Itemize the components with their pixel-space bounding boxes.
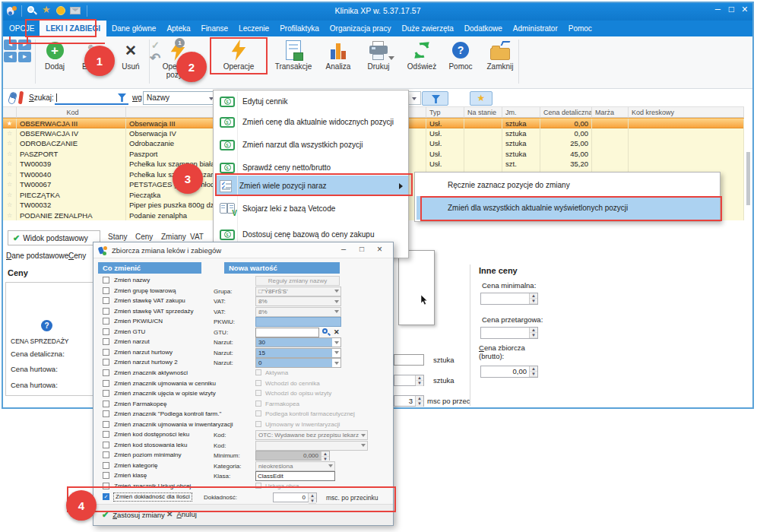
column-header-marza[interactable]: Marża: [592, 107, 629, 119]
close-button[interactable]: ×: [742, 3, 748, 15]
screen: ★ Klinika XP w. 5.37.17.57 – □ × OPCJELE…: [0, 0, 757, 532]
precision-spinner-partial[interactable]: 3▲▼: [394, 395, 424, 407]
column-header-na_stanie[interactable]: Na stanie: [464, 107, 502, 119]
dialog-checkbox-zmień-znacznik-podlega-kontroli-farm[interactable]: [103, 410, 109, 417]
context-menu-item-skojarz-leki-z-bazą-vetcode[interactable]: VSkojarz leki z bazą Vetcode: [215, 198, 408, 219]
dialog-checkbox-zmień-gtu[interactable]: [103, 328, 109, 335]
dialog-checkbox-zmień-nazwy[interactable]: [103, 277, 109, 283]
column-header-typ[interactable]: Typ: [426, 107, 464, 119]
odśwież-button[interactable]: Odśwież: [401, 38, 442, 87]
clear-x-icon[interactable]: ✕: [334, 328, 340, 336]
retail-price-input-partial[interactable]: [394, 354, 424, 366]
menu-item-duże-zwierzęta[interactable]: Duże zwierzęta: [396, 21, 458, 36]
name-rules-button[interactable]: Reguły zmiany nazwy: [255, 276, 340, 286]
dialog-checkbox-zmień-kod-stosowania-leku[interactable]: [103, 442, 109, 448]
dialog-select-zmień-kod-stosowania-leku[interactable]: [255, 441, 368, 451]
menu-item-apteka[interactable]: Apteka: [161, 21, 195, 36]
dialog-input-zmień-pkwiu-cn[interactable]: [255, 317, 341, 327]
min-price-spinner[interactable]: ▲▼: [480, 293, 538, 305]
menu-item-leczenie[interactable]: Leczenie: [233, 21, 274, 36]
table-scrollbar-thumb[interactable]: [746, 152, 750, 205]
dialog-checkbox-zmień-znacznik-aktywności[interactable]: [103, 369, 109, 376]
drukuj-button[interactable]: Drukuj: [359, 38, 398, 87]
filter-tab-stany[interactable]: Stany: [108, 233, 128, 241]
dialog-checkbox-zmień-stawkę-vat-sprzedaży[interactable]: [103, 308, 109, 315]
dialog-select-zmień-narzut[interactable]: 30: [255, 337, 341, 347]
help-icon[interactable]: ?: [41, 320, 52, 331]
dialog-checkbox-zmień-znacznik-ujęcia-w-opisie-wizyty[interactable]: [103, 390, 109, 397]
filter-tab-ceny[interactable]: Ceny: [135, 233, 153, 241]
analiza-button[interactable]: Analiza: [317, 38, 359, 87]
submenu-item-ręcznie-zaznacz-pozycje-do-zmiany[interactable]: Ręcznie zaznacz pozycje do zmiany: [417, 174, 720, 196]
cell-kod_kreskowy: [629, 128, 744, 139]
dialog-select-zmień-grupę-towarową[interactable]: □"Ý8FŕŚ'S': [255, 287, 341, 296]
context-menu-item-zmień-cenę-dla-aktualnie-widocznych-pozycji[interactable]: $Zmień cenę dla aktualnie widocznych poz…: [215, 112, 408, 132]
filter-button[interactable]: [422, 91, 448, 106]
dialog-checkbox-zmień-pkwiu-cn[interactable]: [103, 318, 109, 325]
usuń-button[interactable]: ✕Usuń: [114, 38, 147, 87]
nav-last-button[interactable]: ►: [18, 40, 31, 50]
dialog-checkbox-label: Zmień PKWiU/CN: [114, 318, 163, 325]
filter-tab-zmiany[interactable]: Zmiany: [161, 233, 186, 241]
dialog-select-zmień-stawkę-vat-zakupu[interactable]: 8%: [255, 296, 341, 306]
nav-prev-button[interactable]: ◄: [4, 52, 17, 62]
favorites-filter-button[interactable]: ★: [470, 91, 493, 106]
dialog-checkbox-zmień-narzut-hurtowy[interactable]: [103, 349, 109, 356]
dialog-spinner-zmień-poziom-minimalny[interactable]: 0,000▲▼: [255, 451, 330, 461]
magnifier-icon[interactable]: [322, 328, 331, 337]
dialog-checkbox-zmień-grupę-towarową[interactable]: [103, 287, 109, 294]
dialog-select-zmień-kod-dostępności-leku[interactable]: OTC: Wydawane bez przepisu lekarza: [255, 430, 368, 440]
detail-tab-ceny[interactable]: Ceny: [68, 252, 86, 260]
context-menu-item-zmień-narzut-dla-wszystkich-pozycji[interactable]: $Zmień narzut dla wszystkich pozycji: [215, 135, 408, 155]
dialog-checkbox-zmień-kod-dostępności-leku[interactable]: [103, 431, 109, 438]
search-by-select[interactable]: Nazwy: [143, 91, 217, 105]
search-input[interactable]: [55, 92, 128, 105]
basic-view-button[interactable]: ✔ Widok podstawowy: [8, 230, 100, 245]
zamknij-button[interactable]: Zamknij: [479, 38, 521, 87]
nav-next-button[interactable]: ►: [18, 52, 31, 62]
dialog-checkbox-zmień-kategorię[interactable]: [103, 462, 109, 469]
menu-item-dane-główne[interactable]: Dane główne: [106, 21, 161, 36]
dialog-minimize-button[interactable]: –: [341, 244, 346, 253]
minimize-button[interactable]: –: [715, 3, 721, 14]
menu-item-profilaktyka[interactable]: Profilaktyka: [274, 21, 325, 36]
dialog-checkbox-zmień-narzut-hurtowy-2[interactable]: [103, 359, 109, 366]
dialog-select-zmień-stawkę-vat-sprzedaży[interactable]: 8%: [255, 307, 341, 317]
dodaj-button[interactable]: +Dodaj: [36, 38, 74, 87]
dialog-select-zmień-kategorię[interactable]: nieokreślona: [255, 461, 335, 471]
menu-item-organizacja-pracy[interactable]: Organizacja pracy: [325, 21, 397, 36]
dialog-select-zmień-narzut-hurtowy[interactable]: 15: [255, 348, 341, 358]
dialog-input-gtu[interactable]: [255, 328, 319, 337]
filter-tab-vat[interactable]: VAT: [190, 233, 204, 241]
dialog-checkbox-zmień-farmakopeę[interactable]: [103, 401, 109, 407]
column-header-jm[interactable]: Jm.: [502, 107, 540, 119]
dialog-select-zmień-narzut-hurtowy-2[interactable]: 0: [255, 358, 341, 368]
dialog-close-button[interactable]: ×: [377, 244, 382, 255]
dialog-checkbox-zmień-narzut[interactable]: [103, 338, 109, 345]
dialog-title-bar[interactable]: Zbiorcza zmiana leków i zabiegów–□×: [93, 242, 393, 258]
menu-item-pomoc[interactable]: Pomoc: [563, 21, 597, 36]
dialog-checkbox-zmień-poziom-minimalny[interactable]: [103, 451, 109, 458]
menu-item-administrator[interactable]: Administrator: [508, 21, 563, 36]
bulk-price-spinner[interactable]: 0,00▲▼: [480, 366, 538, 378]
cell-kod: TW00040: [17, 169, 126, 180]
column-header-star[interactable]: [3, 107, 17, 119]
transakcje-button[interactable]: Transakcje: [272, 38, 315, 87]
maximize-button[interactable]: □: [729, 4, 734, 14]
context-menu-item-edytuj-cennik[interactable]: $Edytuj cennik: [215, 91, 408, 112]
menu-item-finanse[interactable]: Finanse: [196, 21, 234, 36]
column-header-cena[interactable]: Cena detaliczna: [540, 107, 592, 119]
dialog-checkbox-zmień-stawkę-vat-zakupu[interactable]: [103, 297, 109, 304]
pomoc-button[interactable]: ?Pomoc: [442, 38, 479, 87]
dialog-checkbox-zmień-klasę[interactable]: [103, 472, 109, 479]
tender-price-spinner[interactable]: ▲▼: [480, 327, 538, 339]
menu-item-dodatkowe[interactable]: Dodatkowe: [459, 21, 508, 36]
column-header-kod[interactable]: Kod: [17, 107, 126, 119]
column-header-kod_kreskowy[interactable]: Kod kreskowy: [629, 107, 744, 119]
dialog-checkbox-zmień-znacznik-ujmowania-w-cenniku[interactable]: [103, 380, 109, 387]
dialog-input-zmień-klasę[interactable]: ClassEdit: [255, 471, 335, 481]
dialog-checkbox-zmień-znacznik-ujmowania-w-inwentaryzacji[interactable]: [103, 421, 109, 428]
wholesale-price-spinner-partial[interactable]: ▲▼: [394, 375, 424, 386]
detail-tab-dane-podstawowe[interactable]: Dane podstawowe: [6, 252, 68, 260]
dialog-maximize-button[interactable]: □: [359, 245, 364, 253]
